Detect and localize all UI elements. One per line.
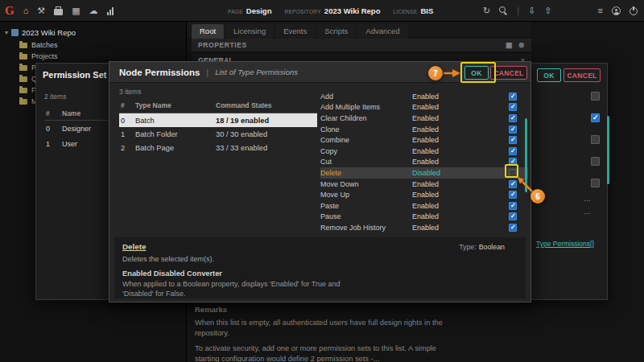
ellipsis-button[interactable]: … bbox=[584, 208, 592, 216]
permission-row-paste[interactable]: Paste Enabled bbox=[320, 200, 528, 212]
permission-checkbox[interactable] bbox=[509, 158, 517, 166]
tab-scripts[interactable]: Scripts bbox=[316, 24, 356, 39]
sidebar-item-projects[interactable]: Projects bbox=[0, 51, 186, 62]
delete-permission-checkbox[interactable] bbox=[509, 169, 517, 177]
power-icon[interactable] bbox=[630, 7, 638, 15]
search-icon[interactable] bbox=[499, 6, 508, 15]
permission-state: Enabled bbox=[412, 93, 509, 101]
permission-checkbox[interactable] bbox=[509, 191, 517, 199]
type-row-batch-folder[interactable]: 1 Batch Folder 30 / 30 enabled bbox=[119, 127, 317, 141]
tree-item-label: Batches bbox=[31, 41, 58, 49]
property-checkbox[interactable] bbox=[591, 135, 600, 144]
folder-icon bbox=[19, 54, 27, 60]
detail-description: Deletes the selected item(s). bbox=[122, 255, 518, 263]
permission-row-copy[interactable]: Copy Enabled bbox=[320, 146, 528, 157]
permission-checkbox[interactable] bbox=[509, 93, 517, 101]
type-states: 33 / 33 enabled bbox=[216, 144, 317, 152]
save-icon[interactable]: ▣ bbox=[506, 41, 513, 49]
cloud-icon[interactable]: ☁ bbox=[89, 6, 98, 15]
dialog-scrollbar[interactable] bbox=[607, 116, 609, 184]
permission-row-pause[interactable]: Pause Enabled bbox=[320, 212, 528, 223]
permission-checkbox[interactable] bbox=[509, 202, 517, 210]
topbar-action-icons: ↻ | ⇩ ⇧ bbox=[483, 0, 552, 22]
permission-state: Enabled bbox=[412, 114, 509, 122]
expander-icon[interactable]: ▾ bbox=[5, 29, 8, 36]
permissions-scrollbar[interactable] bbox=[525, 118, 527, 192]
topbar-context: PAGE Design REPOSITORY 2023 Wiki Repo LI… bbox=[228, 0, 446, 22]
ellipsis-button[interactable]: … bbox=[584, 195, 592, 203]
tab-advanced[interactable]: Advanced bbox=[357, 24, 407, 39]
tree-root-node[interactable]: ▾ 2023 Wiki Repo bbox=[0, 22, 186, 39]
user-icon[interactable] bbox=[612, 6, 621, 15]
page-indicator: PAGE Design bbox=[228, 6, 271, 15]
property-checkbox[interactable] bbox=[591, 179, 600, 187]
permission-state: Enabled bbox=[412, 136, 509, 144]
permission-name: Delete bbox=[320, 169, 412, 177]
folder-icon bbox=[19, 43, 27, 48]
export-icon[interactable]: ⇧ bbox=[544, 6, 551, 15]
permission-state: Enabled bbox=[412, 147, 509, 155]
type-row-batch[interactable]: 0 Batch 18 / 19 enabled bbox=[119, 113, 317, 127]
tools-icon[interactable]: ⚒ bbox=[37, 6, 45, 15]
permission-name: Add Multiple Items bbox=[320, 103, 412, 111]
permission-checkbox[interactable] bbox=[509, 114, 517, 122]
properties-title: PROPERTIES bbox=[198, 41, 247, 49]
property-checkbox[interactable] bbox=[591, 157, 600, 166]
type-permissions-link[interactable]: Type Permissions[] bbox=[536, 240, 594, 248]
node-permissions-modal: Node Permissions | List of Type Permissi… bbox=[109, 61, 531, 302]
sidebar-item-batches[interactable]: Batches bbox=[0, 39, 186, 51]
modal-cancel-button[interactable]: CANCEL bbox=[490, 66, 527, 80]
detail-header: Delete Type:Boolean bbox=[122, 242, 518, 251]
modal-ok-button[interactable]: OK bbox=[464, 66, 489, 80]
permission-checkbox[interactable] bbox=[509, 136, 517, 144]
permission-row-delete[interactable]: Delete Disabled bbox=[320, 167, 528, 179]
permission-row-add[interactable]: Add Enabled bbox=[320, 91, 528, 102]
permission-row-remove-job-history[interactable]: Remove Job History Enabled bbox=[320, 222, 528, 233]
type-list-count: 3 items bbox=[119, 88, 317, 96]
tree-root-label: 2023 Wiki Repo bbox=[22, 28, 76, 37]
layers-icon[interactable]: ≡ bbox=[598, 6, 603, 15]
tab-licensing[interactable]: Licensing bbox=[225, 24, 274, 39]
top-bar: G ⌂ ⚒ ▦ ☁ PAGE Design REPOSITORY 2023 Wi… bbox=[0, 0, 644, 22]
type-list: 3 items # Type Name Command States 0 Bat… bbox=[119, 88, 317, 154]
topbar-left-icons: G ⌂ ⚒ ▦ ☁ bbox=[5, 0, 114, 22]
permission-checkbox[interactable] bbox=[509, 125, 517, 134]
permission-checkbox[interactable] bbox=[509, 180, 517, 188]
dialog-ok-button[interactable]: OK bbox=[537, 68, 561, 82]
permission-row-clear-children[interactable]: Clear Children Enabled bbox=[320, 113, 528, 124]
permission-checkbox[interactable] bbox=[509, 224, 517, 232]
license-label: LICENSE bbox=[393, 9, 417, 14]
type-row-batch-page[interactable]: 2 Batch Page 33 / 33 enabled bbox=[119, 141, 317, 154]
close-circle-icon[interactable]: ⊗ bbox=[518, 41, 525, 49]
permission-state: Enabled bbox=[412, 224, 509, 232]
tab-events[interactable]: Events bbox=[275, 24, 315, 39]
dialog-cancel-button[interactable]: CANCEL bbox=[564, 68, 601, 82]
chart-icon[interactable] bbox=[107, 7, 114, 15]
property-checkbox[interactable] bbox=[591, 92, 600, 101]
type-list-header: # Type Name Command States bbox=[119, 101, 317, 113]
permission-name: Clear Children bbox=[320, 114, 412, 122]
modal-subtitle: List of Type Permissions bbox=[215, 68, 298, 76]
converter-description: When applied to a Boolean property, disp… bbox=[122, 280, 368, 298]
property-checkbox[interactable] bbox=[591, 113, 600, 122]
permission-state: Enabled bbox=[412, 202, 509, 210]
permission-checkbox[interactable] bbox=[509, 147, 517, 155]
permission-checkbox[interactable] bbox=[509, 212, 517, 220]
refresh-icon[interactable]: ↻ bbox=[483, 6, 490, 15]
type-index: 1 bbox=[119, 130, 135, 138]
permission-row-clone[interactable]: Clone Enabled bbox=[320, 124, 528, 135]
permission-row-cut[interactable]: Cut Enabled bbox=[320, 157, 528, 168]
permission-checkbox[interactable] bbox=[509, 103, 517, 111]
permission-row-combine[interactable]: Combine Enabled bbox=[320, 134, 528, 146]
tabs: Root Licensing Events Scripts Advanced bbox=[192, 24, 408, 39]
row-name: User bbox=[62, 140, 77, 148]
briefcase-icon[interactable] bbox=[54, 9, 63, 15]
home-icon[interactable]: ⌂ bbox=[23, 6, 29, 15]
tab-root[interactable]: Root bbox=[192, 24, 224, 39]
grid-icon[interactable]: ▦ bbox=[72, 6, 80, 15]
folder-icon bbox=[19, 88, 27, 93]
permission-row-move-up[interactable]: Move Up Enabled bbox=[320, 189, 528, 200]
permission-row-add-multiple-items[interactable]: Add Multiple Items Enabled bbox=[320, 102, 528, 113]
import-icon[interactable]: ⇩ bbox=[528, 6, 535, 15]
permission-row-move-down[interactable]: Move Down Enabled bbox=[320, 179, 528, 190]
